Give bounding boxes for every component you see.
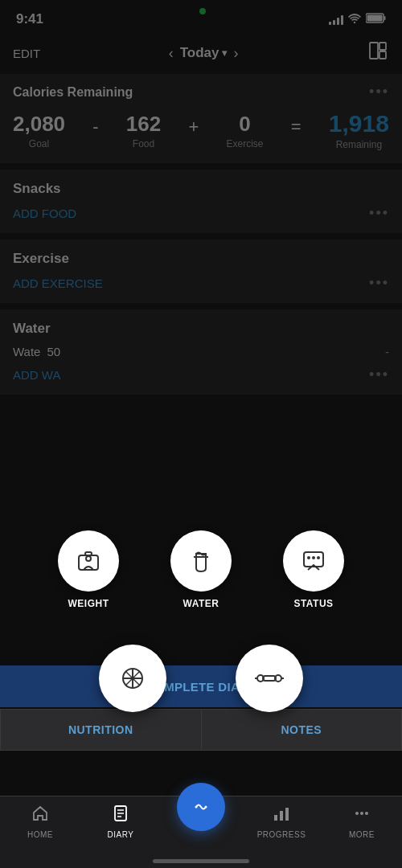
nutrition-label: NUTRITION: [68, 723, 133, 736]
exercise-big-circle[interactable]: [236, 645, 303, 712]
tab-diary[interactable]: DIARY: [92, 805, 149, 839]
svg-point-8: [86, 556, 91, 561]
weight-quick-action[interactable]: WEIGHT: [58, 530, 119, 609]
weight-circle[interactable]: [58, 530, 119, 592]
more-icon: [353, 805, 371, 827]
tab-more[interactable]: MORE: [334, 805, 390, 839]
svg-rect-7: [79, 555, 98, 570]
svg-rect-29: [280, 811, 283, 821]
svg-rect-21: [263, 676, 276, 681]
status-quick-action[interactable]: STATUS: [283, 530, 344, 609]
water-quick-action[interactable]: WATER: [170, 530, 232, 609]
svg-point-32: [360, 812, 363, 815]
nutrition-button[interactable]: NUTRITION: [0, 709, 201, 751]
svg-point-13: [317, 556, 320, 559]
svg-rect-9: [85, 552, 92, 555]
svg-point-35: [195, 806, 198, 809]
notes-button[interactable]: NOTES: [201, 709, 403, 751]
diary-icon: [112, 805, 129, 827]
svg-point-12: [312, 556, 315, 559]
more-tab-label: MORE: [349, 830, 375, 839]
quick-actions-row: WEIGHT WATER STATUS: [0, 530, 402, 609]
water-circle[interactable]: [170, 530, 232, 592]
food-exercise-circles: [0, 645, 402, 712]
home-icon: [31, 805, 49, 827]
svg-point-11: [307, 556, 310, 559]
bottom-actions: NUTRITION NOTES: [0, 709, 402, 751]
water-qa-label: WATER: [183, 598, 219, 609]
fab-button[interactable]: [177, 783, 225, 831]
food-big-circle[interactable]: [99, 645, 166, 712]
diary-tab-label: DIARY: [108, 830, 134, 839]
home-tab-label: HOME: [27, 830, 53, 839]
tab-home[interactable]: HOME: [12, 805, 68, 839]
svg-point-33: [365, 812, 368, 815]
weight-label: WEIGHT: [68, 598, 109, 609]
progress-tab-label: PROGRESS: [257, 830, 306, 839]
status-label: STATUS: [293, 598, 333, 609]
notes-label: NOTES: [281, 723, 322, 736]
status-circle[interactable]: [283, 530, 344, 592]
progress-icon: [273, 805, 290, 827]
svg-rect-28: [274, 815, 277, 821]
svg-rect-30: [285, 808, 289, 821]
svg-point-31: [355, 812, 359, 815]
svg-point-36: [205, 806, 207, 809]
tab-progress[interactable]: PROGRESS: [253, 805, 310, 839]
home-indicator: [153, 859, 249, 863]
